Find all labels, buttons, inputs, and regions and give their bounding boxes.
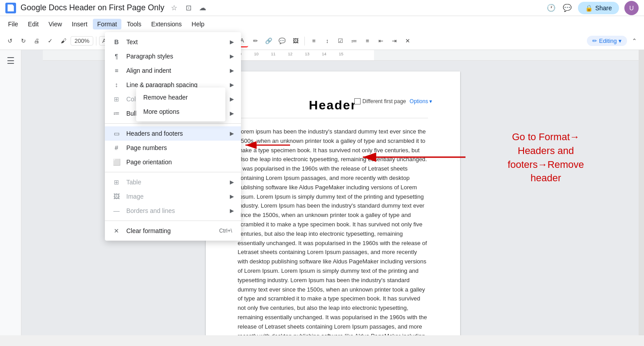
- columns-arrow: ▶: [230, 96, 234, 102]
- link-button[interactable]: 🔗: [262, 35, 275, 47]
- menu-edit[interactable]: Edit: [24, 19, 43, 29]
- image-format-icon: 🖼: [112, 192, 121, 201]
- spellcheck-button[interactable]: ✓: [44, 35, 56, 47]
- format-page-numbers-item[interactable]: # Page numbers: [105, 141, 241, 155]
- expand-button[interactable]: ⌃: [628, 35, 640, 47]
- line-spacing-button[interactable]: ↕: [321, 35, 333, 47]
- clear-format-menu-icon: ✕: [112, 226, 121, 235]
- checklist-button[interactable]: ☑: [334, 35, 347, 47]
- table-arrow: ▶: [230, 179, 234, 185]
- menu-help[interactable]: Help: [187, 19, 209, 29]
- clear-format-shortcut: Ctrl+\: [219, 228, 232, 234]
- lock-icon: 🔒: [585, 4, 593, 12]
- diff-first-page-option: Different first page: [354, 98, 406, 104]
- headers-footers-icon: ▭: [112, 129, 121, 138]
- format-align-item[interactable]: ≡ Align and indent ▶: [105, 63, 241, 78]
- star-icon[interactable]: ☆: [169, 3, 179, 13]
- document-title: Google Docs Header on First Page Only: [21, 3, 164, 13]
- paragraph-styles-icon: ¶: [112, 52, 121, 61]
- align-button[interactable]: ≡: [307, 35, 320, 47]
- table-label: Table: [126, 179, 230, 186]
- menu-view[interactable]: View: [44, 19, 66, 29]
- image-label: Image: [126, 193, 230, 200]
- text-arrow-icon: ▶: [230, 39, 234, 45]
- more-options-item[interactable]: More options: [136, 104, 225, 119]
- bullet-list-button[interactable]: ≔: [348, 35, 360, 47]
- docs-icon: [5, 3, 16, 13]
- redo-button[interactable]: ↻: [17, 35, 29, 47]
- main-area: ☰ 123456789101112131415 Header Dif: [0, 50, 644, 335]
- format-borders-item[interactable]: — Borders and lines ▶: [105, 204, 241, 218]
- format-clear-item[interactable]: ✕ Clear formatting Ctrl+\: [105, 224, 241, 238]
- user-avatar[interactable]: U: [624, 1, 639, 15]
- format-headers-footers-item[interactable]: ▭ Headers and footers ▶: [105, 126, 241, 141]
- paint-format-button[interactable]: 🖌: [57, 35, 70, 47]
- menu-insert[interactable]: Insert: [67, 19, 92, 29]
- align-label: Align and indent: [126, 67, 230, 74]
- zoom-display[interactable]: 200%: [71, 36, 93, 46]
- cloud-icon[interactable]: ☁: [197, 3, 208, 13]
- diff-first-page-checkbox[interactable]: [354, 98, 361, 104]
- chevron-down-icon: ▾: [619, 38, 622, 44]
- annotation-line1: Go to Format→: [512, 131, 580, 142]
- sidebar: ☰: [0, 50, 21, 335]
- comment-icon[interactable]: 💬: [562, 3, 573, 13]
- menu-tools[interactable]: Tools: [122, 19, 146, 29]
- pencil-icon: ✏: [592, 38, 597, 44]
- format-menu: B Text ▶ ¶ Paragraph styles ▶ ≡ Align an…: [105, 32, 241, 241]
- annotation-line4: header: [531, 172, 561, 183]
- page-orientation-icon: ⬜: [112, 158, 121, 167]
- menu-file[interactable]: File: [4, 19, 23, 29]
- increase-indent-button[interactable]: ⇥: [388, 35, 400, 47]
- bullets-icon: ≔: [112, 109, 121, 118]
- toolbar-sep-1: [96, 37, 96, 46]
- format-page-orientation-item[interactable]: ⬜ Page orientation: [105, 155, 241, 169]
- toolbar-sep-4: [304, 37, 305, 46]
- table-icon: ⊞: [112, 178, 121, 187]
- remove-header-item[interactable]: Remove header: [136, 90, 225, 104]
- diff-first-page-label: Different first page: [362, 98, 406, 104]
- outline-icon[interactable]: ☰: [7, 55, 15, 66]
- undo-button[interactable]: ↺: [4, 35, 16, 47]
- menu-extensions[interactable]: Extensions: [147, 19, 186, 29]
- paragraph-styles-arrow: ▶: [230, 53, 234, 59]
- menu-format[interactable]: Format: [93, 19, 121, 29]
- headers-footers-label: Headers and footers: [126, 130, 230, 137]
- clear-format-button[interactable]: ✕: [401, 35, 414, 47]
- decrease-indent-button[interactable]: ⇤: [374, 35, 387, 47]
- format-text-label: Text: [126, 38, 230, 46]
- numbered-list-button[interactable]: ≡: [361, 35, 374, 47]
- toolbar: ↺ ↻ 🖨 ✓ 🖌 200% Arial 11 + B I U A ✏ 🔗 💬 …: [0, 32, 644, 50]
- annotation-text: Go to Format→ Headers and footers→Remove…: [461, 130, 631, 185]
- options-link[interactable]: Options ▾: [410, 98, 432, 104]
- align-icon: ≡: [112, 66, 121, 75]
- document-page: Header Different first page Options ▾ Lo…: [206, 71, 460, 335]
- highlight-button[interactable]: ✏: [249, 35, 262, 47]
- header-options: Different first page Options ▾: [354, 98, 432, 104]
- comment-button[interactable]: 💬: [276, 35, 288, 47]
- format-table-item[interactable]: ⊞ Table ▶: [105, 175, 241, 189]
- share-label: Share: [595, 4, 612, 12]
- vertical-scrollbar[interactable]: [639, 50, 644, 335]
- headers-footers-submenu: Remove header More options: [136, 88, 225, 121]
- menu-separator-1: [105, 123, 241, 124]
- page-numbers-label: Page numbers: [126, 144, 234, 151]
- text-format-icon: B: [112, 38, 121, 46]
- line-spacing-icon: ↕: [112, 80, 121, 89]
- format-text-item[interactable]: B Text ▶: [105, 35, 241, 49]
- share-button[interactable]: 🔒 Share: [578, 2, 619, 14]
- folder-icon[interactable]: ⊡: [183, 3, 194, 13]
- print-button[interactable]: 🖨: [30, 35, 43, 47]
- history-icon[interactable]: 🕐: [546, 3, 557, 13]
- title-bar: Google Docs Header on First Page Only ☆ …: [0, 0, 644, 16]
- format-image-item[interactable]: 🖼 Image ▶: [105, 189, 241, 204]
- page-numbers-icon: #: [112, 143, 121, 152]
- bullets-arrow: ▶: [230, 110, 234, 117]
- annotation-line2: Headers and: [518, 145, 574, 156]
- image-button[interactable]: 🖼: [289, 35, 302, 47]
- header-right: 🕐 💬 🔒 Share U: [546, 1, 639, 15]
- editing-label: Editing: [599, 38, 617, 44]
- editing-button[interactable]: ✏ Editing ▾: [587, 36, 627, 46]
- title-icons: ☆ ⊡ ☁: [169, 3, 208, 13]
- format-paragraph-styles-item[interactable]: ¶ Paragraph styles ▶: [105, 49, 241, 63]
